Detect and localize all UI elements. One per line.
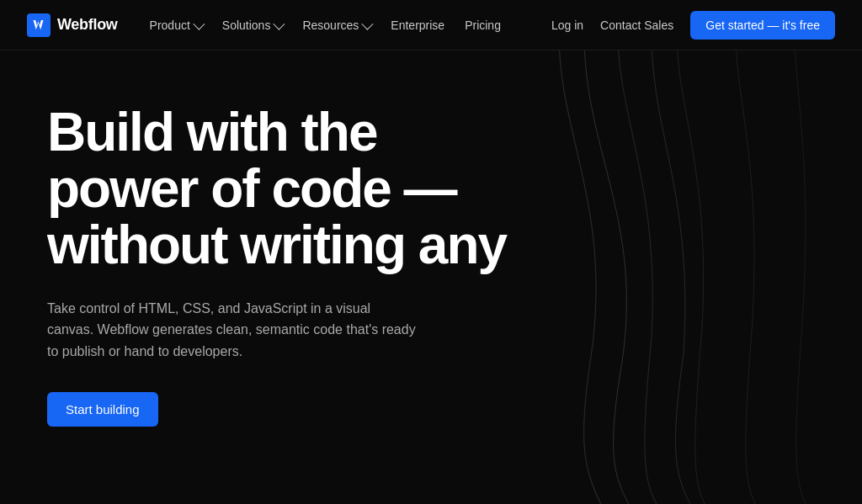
logo-text: Webflow bbox=[57, 16, 118, 34]
hero-subtitle: Take control of HTML, CSS, and JavaScrip… bbox=[47, 298, 418, 363]
chevron-down-icon bbox=[362, 18, 374, 29]
get-started-button[interactable]: Get started — it's free bbox=[690, 11, 835, 40]
nav-link-enterprise[interactable]: Enterprise bbox=[382, 13, 453, 37]
nav-link-solutions[interactable]: Solutions bbox=[214, 13, 291, 37]
nav-link-product[interactable]: Product bbox=[141, 13, 210, 37]
nav-right: Log in Contact Sales Get started — it's … bbox=[551, 11, 835, 40]
nav-links: Product Solutions Resources Enterprise P… bbox=[141, 13, 509, 37]
login-link[interactable]: Log in bbox=[551, 19, 583, 32]
contact-sales-link[interactable]: Contact Sales bbox=[600, 19, 673, 32]
hero-content: Build with the power of code — without w… bbox=[47, 104, 519, 427]
navbar: Webflow Product Solutions Resources Ente… bbox=[0, 0, 862, 50]
nav-link-pricing[interactable]: Pricing bbox=[456, 13, 509, 37]
chevron-down-icon bbox=[274, 18, 285, 29]
webflow-logo-icon bbox=[27, 13, 51, 37]
nav-link-resources[interactable]: Resources bbox=[294, 13, 379, 37]
start-building-button[interactable]: Start building bbox=[47, 392, 158, 427]
svg-rect-0 bbox=[27, 13, 51, 37]
nav-left: Webflow Product Solutions Resources Ente… bbox=[27, 13, 509, 37]
chevron-down-icon bbox=[193, 18, 205, 29]
hero-section: Build with the power of code — without w… bbox=[0, 50, 862, 504]
hero-title: Build with the power of code — without w… bbox=[47, 104, 519, 274]
logo-link[interactable]: Webflow bbox=[27, 13, 118, 37]
